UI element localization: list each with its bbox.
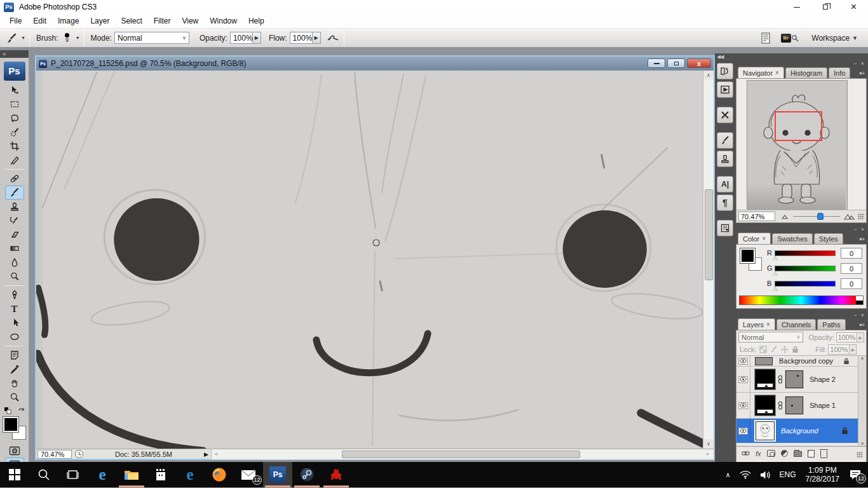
green-slider[interactable] xyxy=(775,266,836,271)
window-close-button[interactable]: × xyxy=(839,0,868,14)
scroll-up-arrow[interactable]: ∧ xyxy=(860,356,864,361)
panel-menu-icon[interactable]: ▾≡ xyxy=(859,71,865,76)
taskbar-store[interactable] xyxy=(146,462,175,487)
taskbar-steam[interactable] xyxy=(292,462,322,487)
taskbar-red-game[interactable] xyxy=(322,462,351,487)
navigator-thumbnail[interactable] xyxy=(747,81,847,211)
tool-dodge[interactable] xyxy=(5,269,24,283)
visibility-toggle[interactable] xyxy=(736,356,750,366)
vector-mask-thumbnail[interactable] xyxy=(785,396,803,414)
go-to-bridge-button[interactable]: Br xyxy=(780,31,799,45)
tool-type[interactable]: T xyxy=(5,302,24,316)
status-zoom-input[interactable]: 70.47% xyxy=(37,450,72,459)
tool-blur[interactable] xyxy=(5,255,24,269)
layer-thumbnail[interactable] xyxy=(756,421,775,440)
blend-mode-select[interactable]: Normal ∨ xyxy=(738,332,803,342)
doc-minimize-button[interactable] xyxy=(648,58,665,68)
scroll-right-arrow[interactable]: > xyxy=(703,449,712,459)
search-button[interactable] xyxy=(29,462,58,487)
menu-layer[interactable]: Layer xyxy=(85,15,115,27)
foreground-color-swatch[interactable] xyxy=(3,417,18,432)
start-button[interactable] xyxy=(0,462,29,487)
menu-window[interactable]: Window xyxy=(204,15,243,27)
black-white-ramp[interactable] xyxy=(856,296,863,304)
color-spectrum-ramp[interactable] xyxy=(739,295,864,305)
panel-minimize-icon[interactable]: − xyxy=(853,227,857,233)
zoom-out-icon[interactable] xyxy=(782,214,789,219)
document-titlebar[interactable]: Ps P_20170728_115256.psd @ 70.5% (Backgr… xyxy=(36,57,714,71)
new-layer-icon[interactable] xyxy=(808,450,815,458)
tool-gradient[interactable] xyxy=(5,241,24,255)
panel-resize-grip[interactable] xyxy=(857,452,863,458)
blue-value-input[interactable]: 0 xyxy=(841,278,862,289)
lock-transparency-icon[interactable] xyxy=(759,346,767,353)
scroll-down-arrow[interactable]: ∨ xyxy=(860,441,864,446)
layer-comps-panel-button[interactable] xyxy=(717,220,733,236)
doc-restore-button[interactable] xyxy=(667,58,685,68)
dock-collapse-button[interactable]: ◀◀ xyxy=(715,53,735,61)
vector-mask-thumbnail[interactable] xyxy=(785,370,803,388)
clock[interactable]: 1:09 PM 7/28/2017 xyxy=(806,466,839,484)
wifi-icon[interactable] xyxy=(740,470,751,479)
menu-file[interactable]: File xyxy=(4,15,27,27)
red-slider-thumb[interactable] xyxy=(773,256,778,261)
menu-select[interactable]: Select xyxy=(115,15,147,27)
blue-slider-thumb[interactable] xyxy=(773,287,778,291)
actions-panel-button[interactable] xyxy=(717,81,733,98)
menu-filter[interactable]: Filter xyxy=(148,15,177,27)
visibility-toggle[interactable] xyxy=(736,419,750,443)
fill-spinner[interactable]: ▶ xyxy=(850,344,857,355)
layer-thumbnail[interactable] xyxy=(755,357,773,365)
menu-edit[interactable]: Edit xyxy=(27,15,52,27)
status-menu-arrow[interactable]: ▶ xyxy=(204,451,208,458)
slider-thumb[interactable] xyxy=(817,213,824,220)
tab-close-icon[interactable]: × xyxy=(775,69,779,76)
tool-presets-panel-button[interactable] xyxy=(717,107,733,123)
panel-menu-icon[interactable]: ▾≡ xyxy=(859,237,865,242)
tab-color[interactable]: Color × xyxy=(738,233,771,244)
panel-close-icon[interactable]: × xyxy=(861,227,864,233)
airbrush-toggle[interactable] xyxy=(326,31,340,45)
taskbar-file-explorer[interactable] xyxy=(117,462,146,487)
toolbox-collapse-button[interactable]: » xyxy=(0,50,29,58)
taskbar-photoshop[interactable]: Ps xyxy=(263,462,292,487)
canvas[interactable] xyxy=(36,71,703,449)
tab-info[interactable]: Info xyxy=(829,67,850,78)
window-restore-button[interactable] xyxy=(811,0,839,14)
menu-view[interactable]: View xyxy=(176,15,204,27)
layer-row-shape-1[interactable]: Shape 1 xyxy=(736,393,866,419)
red-slider[interactable] xyxy=(775,250,836,256)
hidden-icons-chevron[interactable]: ∧ xyxy=(726,471,731,479)
tab-histogram[interactable]: Histogram xyxy=(785,67,827,78)
action-center-button[interactable]: 12 xyxy=(849,469,862,480)
tool-rectangular-marquee[interactable] xyxy=(5,97,24,111)
vertical-scroll-thumb[interactable] xyxy=(705,189,713,280)
lock-all-icon[interactable] xyxy=(792,346,799,353)
foreground-color-swatch[interactable] xyxy=(740,248,755,263)
tool-dropdown-caret[interactable]: ▼ xyxy=(21,36,25,40)
brushes-panel-button[interactable] xyxy=(717,132,733,149)
tool-path-selection[interactable] xyxy=(5,316,24,330)
tool-clone-stamp[interactable] xyxy=(5,200,24,214)
layer-row-background-copy[interactable]: Background copy xyxy=(736,356,866,367)
blue-slider[interactable] xyxy=(775,281,836,287)
zoom-in-icon[interactable] xyxy=(844,213,855,220)
lock-position-icon[interactable] xyxy=(781,346,789,353)
tool-eraser[interactable] xyxy=(5,227,24,241)
window-minimize-button[interactable] xyxy=(782,0,811,14)
tool-pen[interactable] xyxy=(5,288,24,302)
visibility-toggle[interactable] xyxy=(736,393,750,418)
layer-style-icon[interactable]: fx xyxy=(756,450,761,458)
tab-channels[interactable]: Channels xyxy=(776,319,816,330)
tool-hand[interactable] xyxy=(5,376,24,390)
volume-icon[interactable] xyxy=(760,470,771,480)
tab-styles[interactable]: Styles xyxy=(814,233,843,244)
fill-layer-thumbnail[interactable] xyxy=(755,369,775,390)
tool-spot-healing-brush[interactable] xyxy=(5,172,24,186)
taskbar-firefox[interactable] xyxy=(205,462,234,487)
scroll-left-arrow[interactable]: < xyxy=(212,449,221,459)
clone-source-panel-button[interactable] xyxy=(717,151,733,167)
taskbar-mail[interactable]: 12 xyxy=(234,462,263,487)
quick-mask-button[interactable] xyxy=(5,444,24,458)
tab-layers[interactable]: Layers × xyxy=(738,318,775,330)
